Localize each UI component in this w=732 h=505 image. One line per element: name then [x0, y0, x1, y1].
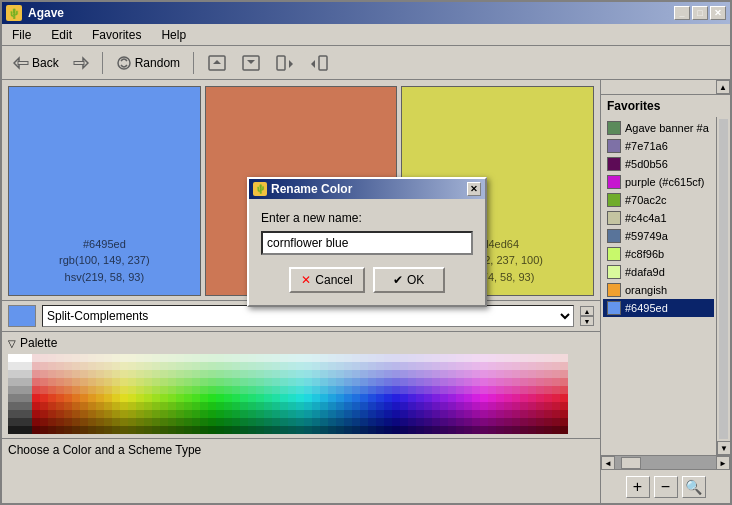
dialog-body: Enter a new name: ✕ Cancel ✔ OK	[249, 199, 485, 305]
ok-icon: ✔	[393, 273, 403, 287]
cancel-label: Cancel	[315, 273, 352, 287]
dialog-buttons: ✕ Cancel ✔ OK	[261, 267, 473, 293]
cancel-icon: ✕	[301, 273, 311, 287]
dialog-title-left: 🌵 Rename Color	[253, 182, 352, 196]
dialog-icon: 🌵	[253, 182, 267, 196]
dialog-title-bar: 🌵 Rename Color ✕	[249, 179, 485, 199]
dialog-title-text: Rename Color	[271, 182, 352, 196]
dialog-close-button[interactable]: ✕	[467, 182, 481, 196]
ok-label: OK	[407, 273, 424, 287]
cancel-button[interactable]: ✕ Cancel	[289, 267, 364, 293]
dialog-overlay: 🌵 Rename Color ✕ Enter a new name: ✕ Can…	[2, 2, 730, 503]
ok-button[interactable]: ✔ OK	[373, 267, 445, 293]
dialog-prompt-label: Enter a new name:	[261, 211, 473, 225]
rename-color-dialog: 🌵 Rename Color ✕ Enter a new name: ✕ Can…	[247, 177, 487, 307]
rename-input[interactable]	[261, 231, 473, 255]
main-window: 🌵 Agave _ □ ✕ File Edit Favorites Help B…	[0, 0, 732, 505]
